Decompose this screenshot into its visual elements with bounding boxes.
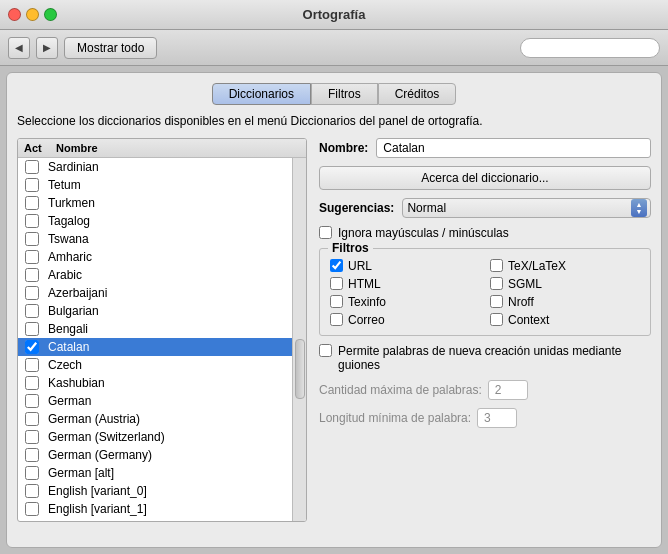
- search-input[interactable]: [520, 38, 660, 58]
- list-item[interactable]: German (Germany): [18, 446, 292, 464]
- dict-checkbox[interactable]: [25, 304, 39, 318]
- ignore-case-checkbox[interactable]: [319, 226, 332, 239]
- min-length-input[interactable]: [477, 408, 517, 428]
- new-words-label: Permite palabras de nueva creación unida…: [338, 344, 651, 372]
- filter-checkbox[interactable]: [490, 295, 503, 308]
- toolbar: ◀ ▶ Mostrar todo: [0, 30, 668, 66]
- check-area: [22, 430, 48, 444]
- dictionary-list-scroll[interactable]: SardinianTetumTurkmenTagalogTswanaAmhari…: [18, 158, 292, 521]
- list-item[interactable]: German (Switzerland): [18, 428, 292, 446]
- ignore-case-row: Ignora mayúsculas / minúsculas: [319, 226, 651, 240]
- filter-checkbox[interactable]: [490, 277, 503, 290]
- filter-label: TeX/LaTeX: [508, 259, 566, 273]
- filter-checkbox[interactable]: [330, 277, 343, 290]
- tab-filtros[interactable]: Filtros: [311, 83, 378, 105]
- filter-checkbox[interactable]: [330, 313, 343, 326]
- nombre-row: Nombre:: [319, 138, 651, 158]
- list-item[interactable]: Amharic: [18, 248, 292, 266]
- scroll-thumb[interactable]: [295, 339, 305, 399]
- filter-item: HTML: [330, 277, 480, 291]
- filters-grid: URLTeX/LaTeXHTMLSGMLTexinfoNroffCorreoCo…: [330, 259, 640, 327]
- filter-checkbox[interactable]: [490, 313, 503, 326]
- list-item[interactable]: Czech: [18, 356, 292, 374]
- dict-checkbox[interactable]: [25, 448, 39, 462]
- check-area: [22, 286, 48, 300]
- scrollbar[interactable]: [292, 158, 306, 521]
- check-area: [22, 196, 48, 210]
- traffic-lights: [8, 8, 57, 21]
- check-area: [22, 268, 48, 282]
- check-area: [22, 448, 48, 462]
- list-item[interactable]: Tagalog: [18, 212, 292, 230]
- list-item[interactable]: German: [18, 392, 292, 410]
- dict-name: Tagalog: [48, 214, 90, 228]
- list-item[interactable]: Azerbaijani: [18, 284, 292, 302]
- new-words-checkbox[interactable]: [319, 344, 332, 357]
- list-item[interactable]: English [variant_1]: [18, 500, 292, 518]
- min-length-label: Longitud mínima de palabra:: [319, 411, 471, 425]
- dict-checkbox[interactable]: [25, 484, 39, 498]
- check-area: [22, 466, 48, 480]
- dict-checkbox[interactable]: [25, 466, 39, 480]
- nombre-input[interactable]: [376, 138, 651, 158]
- titlebar: Ortografía: [0, 0, 668, 30]
- filter-checkbox[interactable]: [330, 295, 343, 308]
- dict-checkbox[interactable]: [25, 250, 39, 264]
- check-area: [22, 376, 48, 390]
- list-item[interactable]: Arabic: [18, 266, 292, 284]
- list-item[interactable]: German (Austria): [18, 410, 292, 428]
- dict-checkbox[interactable]: [25, 268, 39, 282]
- list-item[interactable]: Catalan: [18, 338, 292, 356]
- sugerencias-select[interactable]: NormalRápidoLento: [402, 198, 651, 218]
- list-item[interactable]: Kashubian: [18, 374, 292, 392]
- tab-diccionarios[interactable]: Diccionarios: [212, 83, 311, 105]
- minimize-button[interactable]: [26, 8, 39, 21]
- show-all-button[interactable]: Mostrar todo: [64, 37, 157, 59]
- filters-section: Filtros URLTeX/LaTeXHTMLSGMLTexinfoNroff…: [319, 248, 651, 336]
- filter-item: TeX/LaTeX: [490, 259, 640, 273]
- list-item[interactable]: English [variant_0]: [18, 482, 292, 500]
- dict-name: Catalan: [48, 340, 89, 354]
- close-button[interactable]: [8, 8, 21, 21]
- dict-checkbox[interactable]: [25, 502, 39, 516]
- list-item[interactable]: Bulgarian: [18, 302, 292, 320]
- zoom-button[interactable]: [44, 8, 57, 21]
- tab-creditos[interactable]: Créditos: [378, 83, 457, 105]
- list-item[interactable]: Sardinian: [18, 158, 292, 176]
- filter-checkbox[interactable]: [330, 259, 343, 272]
- check-area: [22, 340, 48, 354]
- dict-checkbox[interactable]: [25, 214, 39, 228]
- filter-checkbox[interactable]: [490, 259, 503, 272]
- dict-checkbox[interactable]: [25, 340, 39, 354]
- dict-checkbox[interactable]: [25, 394, 39, 408]
- forward-button[interactable]: ▶: [36, 37, 58, 59]
- dict-checkbox[interactable]: [25, 412, 39, 426]
- dict-checkbox[interactable]: [25, 178, 39, 192]
- dict-name: Arabic: [48, 268, 82, 282]
- dict-checkbox[interactable]: [25, 232, 39, 246]
- filter-label: URL: [348, 259, 372, 273]
- dict-checkbox[interactable]: [25, 430, 39, 444]
- list-item[interactable]: Tswana: [18, 230, 292, 248]
- filter-item: SGML: [490, 277, 640, 291]
- about-button[interactable]: Acerca del diccionario...: [319, 166, 651, 190]
- dict-checkbox[interactable]: [25, 376, 39, 390]
- dict-checkbox[interactable]: [25, 322, 39, 336]
- dict-name: German [alt]: [48, 466, 114, 480]
- max-words-input[interactable]: [488, 380, 528, 400]
- dict-name: Azerbaijani: [48, 286, 107, 300]
- dict-checkbox[interactable]: [25, 286, 39, 300]
- list-item[interactable]: Turkmen: [18, 194, 292, 212]
- list-item[interactable]: German [alt]: [18, 464, 292, 482]
- main-content: Diccionarios Filtros Créditos Seleccione…: [6, 72, 662, 548]
- filter-label: Context: [508, 313, 549, 327]
- check-area: [22, 502, 48, 516]
- back-button[interactable]: ◀: [8, 37, 30, 59]
- dict-checkbox[interactable]: [25, 160, 39, 174]
- col-nombre: Nombre: [56, 142, 98, 154]
- list-item[interactable]: Tetum: [18, 176, 292, 194]
- list-item[interactable]: Bengali: [18, 320, 292, 338]
- filter-label: HTML: [348, 277, 381, 291]
- dict-checkbox[interactable]: [25, 358, 39, 372]
- dict-checkbox[interactable]: [25, 196, 39, 210]
